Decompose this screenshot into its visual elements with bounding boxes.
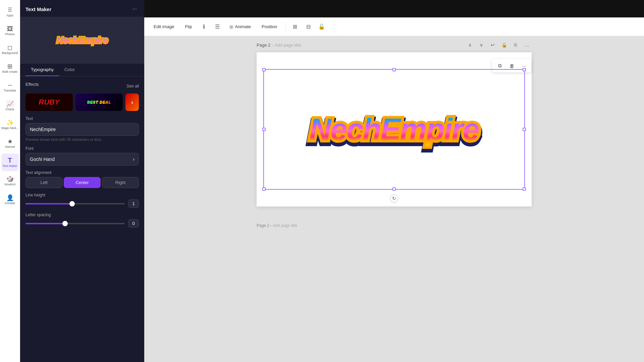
- apps-icon: ⠿: [8, 7, 12, 13]
- sidebar-item-magic-media[interactable]: ✨ Magic Med...: [1, 116, 19, 133]
- resize-handle-br[interactable]: [523, 187, 526, 191]
- filter-icon-button[interactable]: ⊟: [303, 21, 314, 32]
- alignment-label: Text alignment: [25, 170, 139, 175]
- resize-handle-tc[interactable]: [392, 68, 396, 71]
- text-maker-icon: T: [8, 157, 12, 164]
- rotate-handle[interactable]: ↻: [390, 194, 398, 202]
- canvas-main-text: NechEmpire: [309, 112, 479, 147]
- resize-handle-mr[interactable]: [523, 128, 526, 131]
- sidebar-item-photos[interactable]: 🖼 Photos: [1, 22, 19, 40]
- resize-handle-bc[interactable]: [392, 187, 396, 191]
- effect-next-button[interactable]: ›: [125, 94, 139, 111]
- letter-spacing-slider[interactable]: [25, 223, 125, 224]
- effect-ruby-label: RUBY: [39, 98, 59, 107]
- main-area: Edit image Flip ℹ ☰ ◎ Animate Position ⊞…: [144, 0, 644, 362]
- page-title-placeholder[interactable]: Add page title: [275, 43, 302, 48]
- tab-color[interactable]: Color: [59, 64, 80, 76]
- font-chevron-icon: ›: [133, 157, 135, 162]
- floating-actions: ⧉ 🗑 ···: [492, 59, 532, 72]
- toolbar-separator: [285, 23, 285, 31]
- page-header-actions: ∧ ∨ ↩ 🔒 ⎘ …: [465, 40, 532, 50]
- magic-media-icon: ✨: [6, 120, 14, 126]
- page-label: Page 2: [257, 43, 270, 48]
- animate-button[interactable]: ◎ Animate: [225, 22, 255, 31]
- resize-handle-tl[interactable]: [262, 68, 266, 71]
- sidebar-item-charts[interactable]: 📈 Charts: [1, 97, 19, 115]
- align-center-button[interactable]: Center: [64, 177, 101, 188]
- effects-grid: RUBY BEST DEAL ›: [25, 94, 139, 111]
- flip-button[interactable]: Flip: [181, 22, 196, 31]
- sidebar-item-translate[interactable]: ↔ Translate: [1, 78, 19, 96]
- preview-text: NechEmpire: [56, 35, 108, 46]
- align-right-button[interactable]: Right: [102, 177, 139, 188]
- edit-image-button[interactable]: Edit image: [150, 22, 178, 31]
- font-field-label: Font: [25, 146, 139, 151]
- letter-spacing-slider-row: 0: [25, 219, 139, 228]
- text-field-label: Text: [25, 116, 139, 121]
- sidebar-item-starred[interactable]: ★ Starred: [1, 135, 19, 152]
- more-options-button[interactable]: ···: [519, 61, 529, 71]
- bulk-create-icon: ⊞: [7, 63, 12, 69]
- page-up-button[interactable]: ∧: [465, 40, 475, 50]
- panel-sidebar: Text Maker ··· NechEmpire NechEmpire Typ…: [20, 0, 144, 362]
- page-copy-button[interactable]: ⎘: [511, 40, 520, 50]
- page-back-button[interactable]: ↩: [488, 40, 497, 50]
- panel-header: Text Maker ···: [20, 0, 144, 17]
- page-footer-label: Page 2 - Add page title: [257, 223, 532, 228]
- page-lock-button[interactable]: 🔒: [499, 40, 509, 50]
- animate-icon: ◎: [229, 24, 233, 29]
- resize-handle-ml[interactable]: [262, 128, 266, 131]
- position-button[interactable]: Position: [258, 22, 281, 31]
- starred-icon: ★: [7, 138, 13, 144]
- effects-label: Effects: [25, 82, 39, 87]
- sidebar-item-apps[interactable]: ⠿ Apps: [1, 3, 19, 21]
- top-toolbar: Edit image Flip ℹ ☰ ◎ Animate Position ⊞…: [144, 17, 644, 36]
- effect-bestdeal[interactable]: BEST DEAL: [75, 94, 123, 111]
- duplicate-button[interactable]: ⧉: [495, 61, 505, 71]
- charts-icon: 📈: [6, 101, 14, 107]
- line-height-label: Line height: [25, 193, 139, 197]
- next-arrow-icon: ›: [131, 99, 133, 106]
- text-input[interactable]: [25, 123, 139, 136]
- effect-ruby[interactable]: RUBY: [25, 94, 73, 111]
- canvas-text-container[interactable]: NechEmpire NechEmpire NechEmpire: [309, 112, 479, 147]
- align-icon-button[interactable]: ☰: [212, 21, 223, 32]
- sidebar-item-background[interactable]: ◻ Background: [1, 41, 19, 58]
- sidebar-item-voxelart[interactable]: 🎲 VoxelArt: [1, 172, 19, 190]
- voxelart-icon: 🎲: [6, 176, 14, 182]
- letter-spacing-label: Letter spacing: [25, 213, 139, 217]
- font-selector[interactable]: Gochi Hand ›: [25, 153, 139, 166]
- sidebar-item-text-maker[interactable]: T Text Maker: [1, 154, 19, 171]
- panel-title: Text Maker: [25, 6, 51, 12]
- line-height-value: 1: [128, 199, 139, 208]
- line-height-slider[interactable]: [25, 203, 125, 204]
- effects-header: Effects See all: [25, 82, 139, 90]
- alignment-group: Left Center Right: [25, 177, 139, 188]
- align-left-button[interactable]: Left: [25, 177, 62, 188]
- resize-handle-bl[interactable]: [262, 187, 266, 191]
- sidebar-item-artvatar[interactable]: 👤 Artvatar: [1, 191, 19, 208]
- left-icon-sidebar: ⠿ Apps 🖼 Photos ◻ Background ⊞ Bulk crea…: [0, 0, 20, 362]
- info-button[interactable]: ℹ: [199, 21, 209, 32]
- see-all-link[interactable]: See all: [126, 84, 139, 88]
- page-more-button[interactable]: …: [522, 40, 532, 50]
- text-hint: Preview shows best with 35 characters or…: [25, 137, 139, 141]
- page-down-button[interactable]: ∨: [477, 40, 486, 50]
- line-height-slider-row: 1: [25, 199, 139, 208]
- canvas-page: ⧉ 🗑 ··· NechEmpire NechEmpire NechEmpire: [257, 52, 532, 206]
- page-footer: Page 2 - Add page title: [257, 220, 532, 231]
- top-black-bar: [144, 0, 644, 17]
- artvatar-icon: 👤: [6, 195, 14, 201]
- grid-icon-button[interactable]: ⊞: [289, 21, 300, 32]
- translate-icon: ↔: [7, 82, 13, 88]
- sidebar-item-bulk-create[interactable]: ⊞ Bulk create: [1, 60, 19, 77]
- page-title-area: Page 2 - Add page title: [257, 43, 301, 48]
- tab-typography[interactable]: Typography: [25, 64, 59, 76]
- panel-content: Effects See all RUBY BEST DEAL › Text Pr…: [20, 76, 144, 362]
- delete-button[interactable]: 🗑: [507, 61, 517, 71]
- lock-icon-button[interactable]: 🔓: [316, 21, 327, 32]
- canvas-container: Page 2 - Add page title ∧ ∨ ↩ 🔒 ⎘ … ⧉ 🗑 …: [144, 36, 644, 362]
- photos-icon: 🖼: [7, 26, 13, 32]
- panel-menu-button[interactable]: ···: [130, 5, 139, 13]
- preview-area: NechEmpire NechEmpire: [20, 17, 144, 64]
